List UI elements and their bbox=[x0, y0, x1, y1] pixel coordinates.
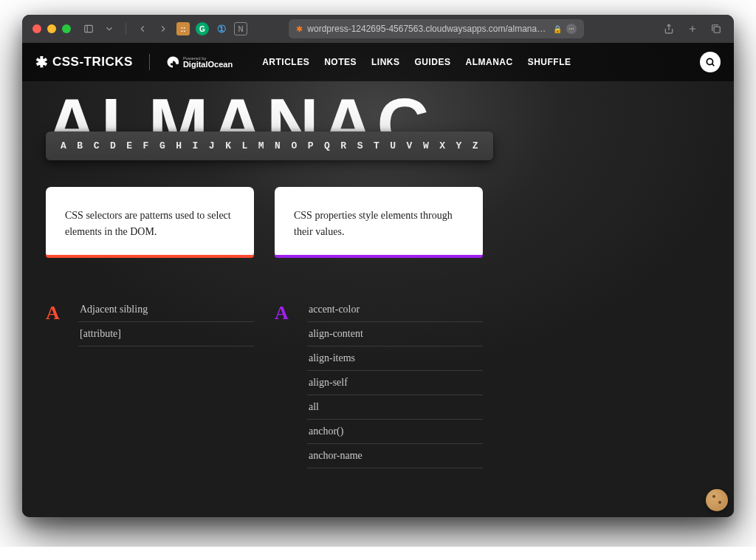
listings: A Adjacent sibling [attribute] A accent-… bbox=[22, 265, 734, 491]
minimize-window-button[interactable] bbox=[47, 24, 56, 33]
alpha-link[interactable]: C bbox=[94, 140, 100, 151]
svg-point-4 bbox=[573, 28, 574, 29]
alpha-link[interactable]: Z bbox=[472, 140, 478, 151]
alpha-link[interactable]: P bbox=[308, 140, 314, 151]
site-logo[interactable]: ✱ CSS-TRICKS bbox=[35, 53, 133, 71]
alpha-link[interactable]: V bbox=[407, 140, 413, 151]
alpha-link[interactable]: J bbox=[209, 140, 215, 151]
browser-toolbar: :: G ① N ✱ wordpress-1242695-4567563.clo… bbox=[22, 15, 734, 43]
list-item[interactable]: accent-color bbox=[307, 302, 483, 322]
nav-links[interactable]: LINKS bbox=[371, 57, 400, 67]
selectors-letter-badge: A bbox=[46, 302, 65, 468]
forward-icon[interactable] bbox=[156, 21, 171, 36]
new-tab-icon[interactable] bbox=[685, 21, 700, 36]
logo-separator bbox=[149, 54, 150, 70]
toolbar-divider bbox=[126, 23, 126, 35]
alpha-link[interactable]: N bbox=[275, 140, 281, 151]
svg-line-10 bbox=[712, 64, 715, 66]
svg-point-2 bbox=[569, 28, 570, 29]
list-item[interactable]: align-items bbox=[307, 346, 483, 371]
properties-card[interactable]: CSS properties style elements through th… bbox=[275, 187, 483, 257]
site-header: ✱ CSS-TRICKS Powered by DigitalOcean ART… bbox=[22, 43, 734, 81]
alpha-link[interactable]: X bbox=[439, 140, 445, 151]
alphabet-nav: A B C D E F G H I J K L M N O P Q R S T bbox=[46, 132, 493, 160]
properties-letter-badge: A bbox=[275, 302, 294, 468]
alpha-link[interactable]: B bbox=[77, 140, 83, 151]
alpha-link[interactable]: T bbox=[374, 140, 379, 151]
url-text: wordpress-1242695-4567563.cloudwaysapps.… bbox=[307, 24, 549, 34]
alpha-link[interactable]: E bbox=[126, 140, 132, 151]
alpha-link[interactable]: M bbox=[258, 140, 264, 151]
properties-card-text: CSS properties style elements through th… bbox=[294, 208, 464, 239]
hero: ALMANAC A B C D E F G H I J K L M N O P … bbox=[22, 81, 734, 160]
nav-notes[interactable]: NOTES bbox=[324, 57, 357, 67]
svg-rect-8 bbox=[714, 27, 720, 33]
nav-almanac[interactable]: ALMANAC bbox=[466, 57, 513, 67]
window-controls bbox=[32, 24, 71, 33]
svg-point-3 bbox=[571, 28, 572, 29]
site-settings-icon[interactable] bbox=[566, 24, 577, 34]
brand-name: CSS-TRICKS bbox=[52, 55, 133, 69]
powered-by-brand: DigitalOcean bbox=[183, 61, 233, 69]
extension-icon-1[interactable]: :: bbox=[176, 22, 190, 35]
list-item[interactable]: [attribute] bbox=[78, 322, 254, 346]
extension-icon-3[interactable]: ① bbox=[215, 22, 228, 35]
alpha-link[interactable]: F bbox=[143, 140, 149, 151]
tabs-overview-icon[interactable] bbox=[709, 21, 724, 36]
alpha-link[interactable]: H bbox=[176, 140, 182, 151]
digitalocean-icon bbox=[166, 55, 179, 69]
list-item[interactable]: anchor() bbox=[307, 420, 483, 444]
extension-icon-grammarly[interactable]: G bbox=[196, 22, 209, 35]
alpha-link[interactable]: K bbox=[225, 140, 231, 151]
list-item[interactable]: align-self bbox=[307, 371, 483, 395]
selectors-card[interactable]: CSS selectors are patterns used to selec… bbox=[46, 187, 254, 257]
alpha-link[interactable]: A bbox=[61, 140, 66, 151]
main-nav: ARTICLES NOTES LINKS GUIDES ALMANAC SHUF… bbox=[262, 57, 571, 67]
logo-asterisk-icon: ✱ bbox=[35, 53, 48, 71]
list-item[interactable]: align-content bbox=[307, 322, 483, 346]
selectors-card-text: CSS selectors are patterns used to selec… bbox=[65, 208, 235, 239]
site-favicon-icon: ✱ bbox=[296, 24, 303, 34]
alpha-link[interactable]: U bbox=[390, 140, 396, 151]
search-button[interactable] bbox=[700, 52, 721, 72]
properties-items: accent-color align-content align-items a… bbox=[307, 302, 483, 468]
browser-window: :: G ① N ✱ wordpress-1242695-4567563.clo… bbox=[22, 15, 734, 517]
alpha-link[interactable]: W bbox=[423, 140, 429, 151]
alpha-link[interactable]: G bbox=[159, 140, 165, 151]
maximize-window-button[interactable] bbox=[62, 24, 71, 33]
alpha-link[interactable]: Y bbox=[456, 140, 462, 151]
sidebar-toggle-icon[interactable] bbox=[81, 21, 96, 36]
nav-shuffle[interactable]: SHUFFLE bbox=[528, 57, 571, 67]
alpha-link[interactable]: Q bbox=[324, 140, 330, 151]
digitalocean-logo[interactable]: Powered by DigitalOcean bbox=[166, 55, 233, 69]
alpha-link[interactable]: O bbox=[291, 140, 297, 151]
nav-articles[interactable]: ARTICLES bbox=[262, 57, 309, 67]
nav-guides[interactable]: GUIDES bbox=[415, 57, 451, 67]
back-icon[interactable] bbox=[135, 21, 150, 36]
selectors-column: A Adjacent sibling [attribute] bbox=[46, 302, 254, 468]
alpha-link[interactable]: R bbox=[340, 140, 346, 151]
svg-rect-0 bbox=[85, 25, 93, 32]
alpha-link[interactable]: I bbox=[193, 140, 199, 151]
close-window-button[interactable] bbox=[32, 24, 41, 33]
selectors-items: Adjacent sibling [attribute] bbox=[78, 302, 254, 468]
intro-cards: CSS selectors are patterns used to selec… bbox=[22, 160, 734, 264]
list-item[interactable]: Adjacent sibling bbox=[78, 302, 254, 322]
properties-column: A accent-color align-content align-items… bbox=[275, 302, 483, 468]
address-bar[interactable]: ✱ wordpress-1242695-4567563.cloudwaysapp… bbox=[289, 19, 584, 38]
page-viewport[interactable]: ✱ CSS-TRICKS Powered by DigitalOcean ART… bbox=[22, 43, 734, 517]
lock-icon: 🔒 bbox=[553, 25, 562, 33]
dropdown-chevron-icon[interactable] bbox=[102, 21, 117, 36]
list-item[interactable]: anchor-name bbox=[307, 444, 483, 468]
search-icon bbox=[705, 57, 715, 67]
cookie-consent-icon[interactable] bbox=[706, 489, 728, 511]
list-item[interactable]: all bbox=[307, 395, 483, 420]
alpha-link[interactable]: D bbox=[110, 140, 116, 151]
share-icon[interactable] bbox=[662, 21, 676, 36]
svg-point-9 bbox=[707, 58, 712, 64]
extension-icon-notion[interactable]: N bbox=[234, 22, 247, 35]
alpha-link[interactable]: L bbox=[241, 140, 247, 151]
alpha-link[interactable]: S bbox=[357, 140, 363, 151]
